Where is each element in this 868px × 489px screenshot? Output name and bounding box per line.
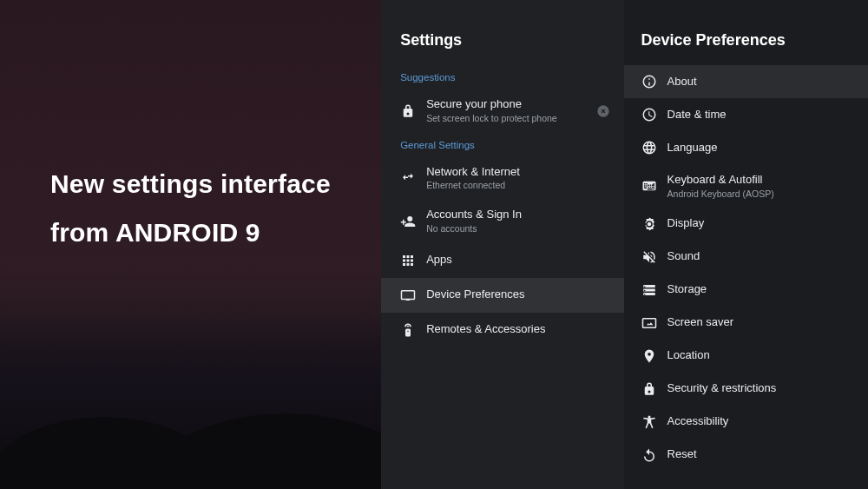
settings-item-sublabel: No accounts xyxy=(426,223,609,235)
pref-item-display[interactable]: Display xyxy=(624,208,868,241)
settings-item-sublabel: Ethernet connected xyxy=(426,180,609,192)
info-icon xyxy=(641,74,667,89)
settings-item-secure-phone[interactable]: Secure your phone Set screen lock to pro… xyxy=(381,89,623,133)
hero-text: New settings interface from ANDROID 9 xyxy=(50,169,331,248)
settings-item-labels: Device Preferences xyxy=(426,287,609,302)
pref-item-label: Location xyxy=(667,348,710,363)
device-preferences-panel: Device Preferences About Date & time Lan… xyxy=(624,0,868,489)
hero-line-1: New settings interface xyxy=(50,169,331,199)
keyboard-icon xyxy=(641,178,667,194)
sound-off-icon xyxy=(641,249,667,265)
settings-item-device-preferences[interactable]: Device Preferences xyxy=(381,278,623,313)
pref-item-language[interactable]: Language xyxy=(624,131,868,164)
pref-item-label: Sound xyxy=(667,249,700,264)
pref-item-label: Display xyxy=(667,216,705,231)
reset-icon xyxy=(641,447,667,463)
pref-item-label: Screen saver xyxy=(667,315,734,330)
settings-item-apps[interactable]: Apps xyxy=(381,243,623,278)
settings-item-labels: Accounts & Sign In No accounts xyxy=(426,208,609,235)
pref-item-label: About xyxy=(667,75,697,89)
screensaver-icon xyxy=(641,315,667,331)
settings-item-labels: Network & Internet Ethernet connected xyxy=(426,165,609,193)
hero-line-2: from ANDROID 9 xyxy=(50,218,331,248)
settings-item-label: Device Preferences xyxy=(426,287,609,302)
remote-icon xyxy=(400,322,426,338)
lock-icon xyxy=(400,103,426,119)
storage-icon xyxy=(641,282,667,298)
hero-panel: New settings interface from ANDROID 9 xyxy=(0,0,381,489)
pref-item-date-time[interactable]: Date & time xyxy=(624,98,868,131)
pref-item-location[interactable]: Location xyxy=(624,340,868,373)
settings-item-sublabel: Set screen lock to protect phone xyxy=(426,113,590,125)
accessibility-icon xyxy=(641,414,667,430)
settings-item-labels: Apps xyxy=(426,253,609,268)
settings-item-label: Secure your phone xyxy=(426,97,590,112)
settings-panel: Settings Suggestions Secure your phone S… xyxy=(381,0,623,489)
pref-item-label: Keyboard & Autofill xyxy=(667,173,774,188)
accounts-icon xyxy=(400,214,426,229)
brightness-icon xyxy=(641,216,667,232)
pref-item-sublabel: Android Keyboard (AOSP) xyxy=(667,188,774,199)
settings-item-label: Remotes & Accessories xyxy=(426,322,609,337)
settings-item-accounts[interactable]: Accounts & Sign In No accounts xyxy=(381,200,623,243)
globe-icon xyxy=(641,140,667,155)
pref-item-accessibility[interactable]: Accessibility xyxy=(624,406,868,439)
network-icon xyxy=(400,170,426,186)
pref-item-storage[interactable]: Storage xyxy=(624,274,868,307)
app-root: New settings interface from ANDROID 9 Se… xyxy=(0,0,868,489)
section-header-suggestions: Suggestions xyxy=(381,65,623,89)
pref-item-label: Date & time xyxy=(667,108,727,122)
dismiss-suggestion-button[interactable] xyxy=(596,104,610,118)
settings-item-label: Accounts & Sign In xyxy=(426,208,609,222)
pref-item-label: Language xyxy=(667,141,718,155)
pref-item-label: Reset xyxy=(667,447,697,462)
settings-item-labels: Remotes & Accessories xyxy=(426,322,609,337)
settings-item-label: Apps xyxy=(426,253,609,268)
pref-item-about[interactable]: About xyxy=(624,65,868,98)
pref-item-label: Accessibility xyxy=(667,414,729,429)
clock-icon xyxy=(641,107,667,122)
settings-title: Settings xyxy=(381,26,623,65)
tv-icon xyxy=(400,287,426,303)
pref-item-screensaver[interactable]: Screen saver xyxy=(624,307,868,340)
lock-icon xyxy=(641,381,667,397)
section-header-general: General Settings xyxy=(381,133,623,157)
pref-item-reset[interactable]: Reset xyxy=(624,439,868,472)
pref-item-security[interactable]: Security & restrictions xyxy=(624,373,868,406)
pref-item-sound[interactable]: Sound xyxy=(624,241,868,274)
settings-item-labels: Secure your phone Set screen lock to pro… xyxy=(426,97,590,125)
settings-item-remotes[interactable]: Remotes & Accessories xyxy=(381,313,623,347)
pref-item-label: Storage xyxy=(667,282,707,297)
settings-item-network[interactable]: Network & Internet Ethernet connected xyxy=(381,157,623,201)
pref-item-keyboard[interactable]: Keyboard & Autofill Android Keyboard (AO… xyxy=(624,164,868,208)
device-preferences-title: Device Preferences xyxy=(624,26,868,65)
pref-item-label: Security & restrictions xyxy=(667,381,777,396)
location-icon xyxy=(641,348,667,364)
apps-icon xyxy=(400,253,426,268)
settings-item-label: Network & Internet xyxy=(426,165,609,180)
